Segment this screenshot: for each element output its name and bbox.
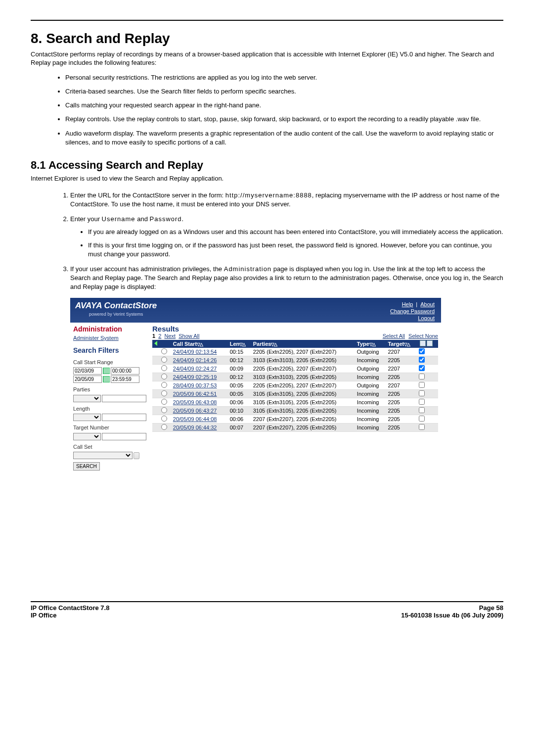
row-radio[interactable] (161, 374, 167, 379)
call-start-link[interactable]: 20/05/09 06:43:27 (173, 408, 217, 414)
step-item: Enter the URL for the ContactStore serve… (70, 191, 503, 209)
calendar-icon[interactable] (103, 376, 110, 382)
len-col-header[interactable]: Len▽△ (228, 340, 251, 348)
row-len: 00:05 (228, 390, 251, 398)
target-label: Target Number (73, 424, 146, 431)
table-row: 28/04/09 00:37:5300:052205 (Extn2205), 2… (152, 381, 438, 390)
export-icon[interactable] (420, 340, 426, 346)
show-all-link[interactable]: Show All (178, 333, 199, 339)
row-checkbox[interactable] (419, 348, 425, 354)
call-start-link[interactable]: 24/04/09 02:25:19 (173, 374, 217, 380)
row-len: 00:06 (228, 415, 251, 424)
banner-links: Help | About Change Password Logout (389, 301, 436, 322)
row-len: 00:07 (228, 424, 251, 432)
row-checkbox[interactable] (419, 390, 425, 396)
row-radio[interactable] (161, 365, 167, 371)
row-type: Outgoing (355, 365, 386, 373)
row-type: Incoming (355, 407, 386, 415)
change-password-link[interactable]: Change Password (390, 308, 435, 314)
logout-link[interactable]: Logout (418, 315, 435, 321)
call-start-link[interactable]: 20/05/09 06:43:08 (173, 399, 217, 405)
radio-col-header (159, 340, 171, 348)
row-radio[interactable] (161, 357, 167, 363)
end-date-input[interactable] (73, 376, 102, 383)
call-start-link[interactable]: 24/04/09 02:14:26 (173, 357, 217, 363)
table-row: 24/04/09 02:13:5400:152205 (Extn2205), 2… (152, 348, 438, 356)
row-parties: 3105 (Extn3105), 2205 (Extn2205) (251, 407, 355, 415)
callset-label: Call Set (73, 443, 146, 451)
call-start-link[interactable]: 24/04/09 02:13:54 (173, 349, 217, 355)
export-icon[interactable] (427, 340, 433, 346)
row-radio[interactable] (161, 399, 167, 405)
trash-icon[interactable] (134, 452, 139, 459)
target-col-header[interactable]: Target▽△ (386, 340, 417, 348)
play-col-header (152, 340, 159, 348)
row-target: 2205 (386, 373, 417, 381)
row-target: 2205 (386, 398, 417, 407)
row-radio[interactable] (161, 348, 167, 354)
results-table: Call Start▽△ Len▽△ Parties▽△ Type▽△ Targ… (152, 340, 438, 432)
call-start-link[interactable]: 28/04/09 00:37:53 (173, 382, 217, 388)
row-parties: 3103 (Extn3103), 2205 (Extn2205) (251, 356, 355, 365)
row-checkbox[interactable] (419, 416, 425, 422)
row-len: 00:05 (228, 381, 251, 390)
length-input[interactable] (102, 414, 146, 421)
target-input[interactable] (102, 433, 146, 440)
length-op-select[interactable] (73, 414, 101, 421)
row-target: 2207 (386, 381, 417, 390)
feature-item: Personal security restrictions. The rest… (65, 73, 503, 82)
row-radio[interactable] (161, 390, 167, 396)
search-button[interactable]: SEARCH (73, 462, 100, 471)
footer-right-2: 15-601038 Issue 4b (06 July 2009) (401, 612, 503, 619)
row-target: 2205 (386, 424, 417, 432)
target-op-select[interactable] (73, 433, 101, 440)
step-list: Enter the URL for the ContactStore serve… (70, 191, 503, 292)
row-radio[interactable] (161, 424, 167, 430)
end-time-input[interactable] (111, 376, 139, 383)
start-time-input[interactable] (111, 367, 139, 375)
select-all-link[interactable]: Select All (383, 333, 405, 339)
administer-system-link[interactable]: Administer System (73, 334, 146, 342)
row-checkbox[interactable] (419, 424, 425, 430)
row-checkbox[interactable] (419, 357, 425, 363)
callset-select[interactable] (73, 452, 133, 459)
select-none-link[interactable]: Select None (408, 333, 438, 339)
parties-col-header[interactable]: Parties▽△ (251, 340, 355, 348)
row-target: 2205 (386, 390, 417, 398)
page-2-link[interactable]: 2 (158, 333, 161, 339)
row-type: Outgoing (355, 381, 386, 390)
parties-input[interactable] (102, 395, 146, 402)
export-col-header (417, 340, 438, 348)
row-checkbox[interactable] (419, 407, 425, 413)
call-start-link[interactable]: 24/04/09 02:24:27 (173, 366, 217, 372)
avaya-logo: AVAYA ContactStore powered by Verint Sys… (75, 301, 157, 317)
type-col-header[interactable]: Type▽△ (355, 340, 386, 348)
about-link[interactable]: About (420, 301, 435, 307)
row-checkbox[interactable] (419, 399, 425, 405)
parties-label: Parties (73, 386, 146, 393)
paging-bar: 1 2 Next Show All Select All Select None (152, 333, 438, 339)
step-item: Enter your Username and Password. If you… (70, 215, 503, 259)
calendar-icon[interactable] (103, 368, 110, 374)
row-radio[interactable] (161, 407, 167, 413)
call-start-link[interactable]: 20/05/09 06:42:51 (173, 391, 217, 397)
call-start-link[interactable]: 20/05/09 06:44:32 (173, 425, 217, 430)
app-screenshot: AVAYA ContactStore powered by Verint Sys… (70, 298, 441, 472)
row-radio[interactable] (161, 382, 167, 388)
call-start-link[interactable]: 20/05/09 06:44:08 (173, 416, 217, 422)
start-date-input[interactable] (73, 367, 102, 375)
row-radio[interactable] (161, 416, 167, 422)
call-start-col-header[interactable]: Call Start▽△ (171, 340, 228, 348)
row-checkbox[interactable] (419, 365, 425, 371)
feature-list: Personal security restrictions. The rest… (65, 73, 503, 147)
parties-op-select[interactable] (73, 395, 101, 402)
help-link[interactable]: Help (402, 301, 413, 307)
row-parties: 2207 (Extn2207), 2205 (Extn2205) (251, 415, 355, 424)
footer: IP Office ContactStore 7.8 IP Office Pag… (31, 604, 503, 619)
next-link[interactable]: Next (165, 333, 176, 339)
row-parties: 3103 (Extn3103), 2205 (Extn2205) (251, 373, 355, 381)
row-checkbox[interactable] (419, 382, 425, 388)
table-row: 20/05/09 06:43:2700:103105 (Extn3105), 2… (152, 407, 438, 415)
call-start-label: Call Start Range (73, 359, 146, 366)
row-checkbox[interactable] (419, 374, 425, 379)
